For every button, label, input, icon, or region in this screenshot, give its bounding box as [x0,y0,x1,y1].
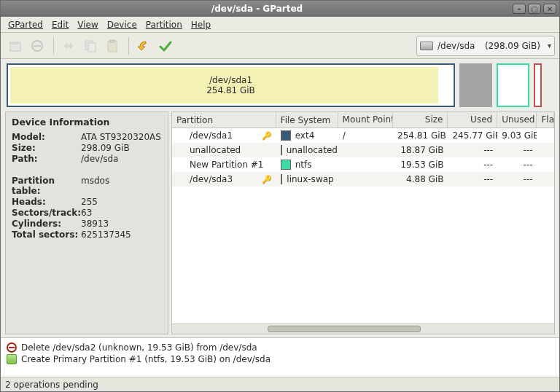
menu-gparted[interactable]: GParted [4,18,47,31]
copy-button[interactable] [80,36,101,56]
app-window: /dev/sda - GParted – ▢ ✕ GParted Edit Vi… [0,0,560,392]
graph-seg-new-partition[interactable] [497,63,529,107]
partition-table-header: Partition File System Mount Point Size U… [172,112,554,128]
graph-seg-unallocated[interactable] [459,63,492,107]
table-row[interactable]: New Partition #1ntfs19.53 GiB------ [172,157,554,172]
table-row[interactable]: /dev/sda1🔑ext4/254.81 GiB245.77 GiB9.03 … [172,128,554,143]
col-filesystem[interactable]: File System [276,112,338,128]
horizontal-scrollbar[interactable] [172,324,554,334]
toolbar: /dev/sda (298.09 GiB) ▾ [1,33,559,59]
svg-rect-7 [110,40,114,42]
window-title: /dev/sda - GParted [4,4,510,14]
pending-operation[interactable]: Delete /dev/sda2 (unknown, 19.53 GiB) fr… [7,342,553,353]
graph-seg-sda1[interactable]: /dev/sda1 254.81 GiB [7,63,455,107]
graph-seg-sda1-label: /dev/sda1 254.81 GiB [206,75,255,95]
table-row[interactable]: /dev/sda3🔑linux-swap4.88 GiB------ [172,172,554,187]
col-unused[interactable]: Unused [497,112,537,128]
delete-partition-button[interactable] [27,36,47,56]
menu-partition[interactable]: Partition [141,18,187,31]
disk-icon [420,42,433,50]
device-selector[interactable]: /dev/sda (298.09 GiB) ▾ [416,36,555,56]
toolbar-separator [128,37,129,55]
col-used[interactable]: Used [448,112,497,128]
fs-swatch [281,145,282,155]
device-info-panel: Device Information Model:ATA ST9320320AS… [5,111,168,334]
key-icon: 🔑 [262,175,272,184]
svg-rect-1 [10,42,20,44]
new-icon [7,354,17,364]
menubar: GParted Edit View Device Partition Help [1,17,559,33]
partition-table-body: /dev/sda1🔑ext4/254.81 GiB245.77 GiB9.03 … [172,128,554,324]
paste-button[interactable] [102,36,122,56]
chevron-down-icon: ▾ [548,42,551,50]
col-size[interactable]: Size [393,112,448,128]
menu-device[interactable]: Device [103,18,141,31]
partition-table: Partition File System Mount Point Size U… [171,111,555,334]
menu-view[interactable]: View [73,18,102,31]
delete-icon [7,342,17,353]
col-mountpoint[interactable]: Mount Point [338,112,393,128]
device-name: /dev/sda [438,41,481,51]
fs-swatch [281,160,291,170]
device-size: (298.09 GiB) [485,41,543,51]
resize-button[interactable] [58,36,79,56]
undo-button[interactable] [133,36,154,56]
statusbar: 2 operations pending [1,377,559,391]
pending-operation[interactable]: Create Primary Partition #1 (ntfs, 19.53… [7,354,553,364]
apply-button[interactable] [155,36,176,56]
fs-swatch [281,130,291,141]
device-info-heading: Device Information [12,117,162,128]
titlebar: /dev/sda - GParted – ▢ ✕ [1,1,559,17]
statusbar-text: 2 operations pending [5,380,98,390]
minimize-button[interactable]: – [513,4,526,14]
graph-seg-sda3[interactable] [534,63,542,107]
close-button[interactable]: ✕ [543,4,556,14]
menu-edit[interactable]: Edit [47,18,73,31]
col-flags[interactable]: Fla [537,112,554,128]
table-row[interactable]: unallocatedunallocated18.87 GiB------ [172,143,554,157]
pending-operations: Delete /dev/sda2 (unknown, 19.53 GiB) fr… [1,337,559,377]
menu-help[interactable]: Help [187,18,215,31]
new-partition-button[interactable] [5,36,26,56]
svg-rect-5 [88,43,96,52]
key-icon: 🔑 [262,131,272,141]
maximize-button[interactable]: ▢ [528,4,541,14]
col-partition[interactable]: Partition [172,112,276,128]
content-row: Device Information Model:ATA ST9320320AS… [1,111,559,337]
fs-swatch [281,174,283,184]
toolbar-separator [53,37,54,55]
partition-graph: /dev/sda1 254.81 GiB [1,59,559,111]
